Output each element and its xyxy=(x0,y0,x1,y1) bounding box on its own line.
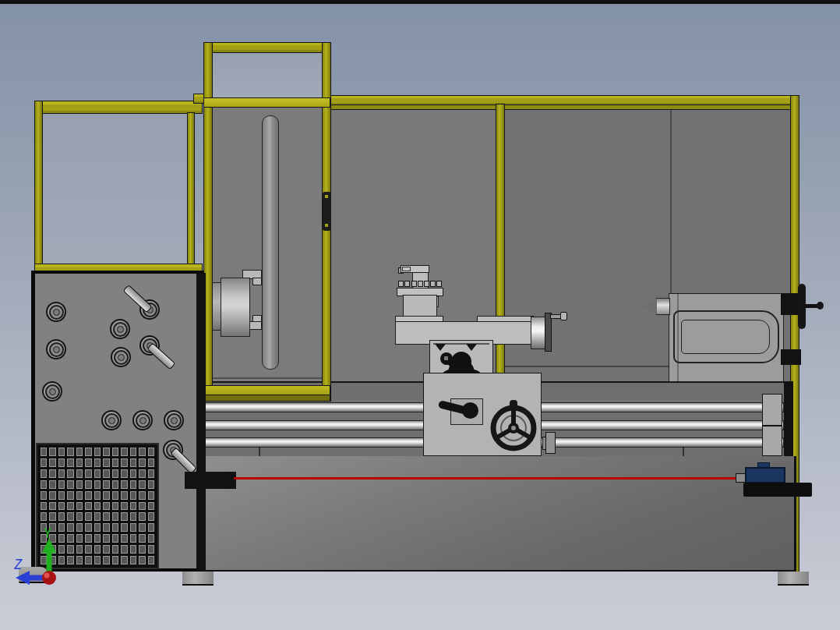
vent-cell xyxy=(103,523,109,532)
dead-center-cone[interactable] xyxy=(644,299,657,314)
vent-cell xyxy=(112,556,118,565)
vent-cell xyxy=(94,458,101,467)
tailstock-clamp-top[interactable] xyxy=(781,293,799,315)
door-glass-upper[interactable] xyxy=(210,51,325,100)
door-hinge-pin-bottom xyxy=(325,224,328,227)
bolt-3 xyxy=(411,281,417,287)
bed-right-gap xyxy=(784,381,793,456)
spindle-disc[interactable] xyxy=(262,115,279,370)
chuck-body[interactable] xyxy=(221,278,250,337)
vent-cell xyxy=(76,523,83,532)
tailstock-quill[interactable] xyxy=(656,298,670,315)
vent-cell xyxy=(67,491,73,500)
vent-cell xyxy=(139,491,145,500)
vent-cell xyxy=(94,480,101,489)
vent-cell xyxy=(94,469,101,478)
foot-right[interactable] xyxy=(778,572,809,586)
laser-mount-right[interactable] xyxy=(743,483,812,497)
tool-post-block[interactable] xyxy=(403,295,437,317)
z-axis-label: Z xyxy=(13,557,23,572)
cabinet-button-6[interactable] xyxy=(101,410,122,430)
y-axis-label: Y xyxy=(44,526,51,541)
cabinet-button-3[interactable] xyxy=(42,381,62,402)
cabinet-right-edge xyxy=(196,273,206,571)
enclosure-top-rail-secondary xyxy=(330,104,792,110)
vent-cell xyxy=(112,480,118,489)
vent-cell xyxy=(148,502,154,511)
cabinet-button-5[interactable] xyxy=(111,347,131,367)
carriage-handwheel[interactable] xyxy=(489,398,538,458)
cross-feed-cylinder[interactable] xyxy=(531,317,546,349)
door-top-rail[interactable] xyxy=(203,42,330,53)
vent-cell xyxy=(85,448,91,456)
vent-cell xyxy=(94,448,101,456)
laser-beam xyxy=(234,477,739,480)
door-bottom-rail-shade xyxy=(203,395,330,402)
bolt-6 xyxy=(430,281,436,287)
vent-cell xyxy=(148,480,154,489)
vent-cell xyxy=(130,458,136,467)
vent-cell xyxy=(94,523,101,532)
vent-cell xyxy=(139,545,145,554)
vent-cell xyxy=(148,458,154,467)
vent-cell xyxy=(148,512,154,521)
foot-left[interactable] xyxy=(182,572,214,586)
screw-bracket[interactable] xyxy=(545,432,556,454)
coordinate-triad: Y Z xyxy=(5,518,62,594)
cabinet-button-4[interactable] xyxy=(110,319,130,339)
cabinet-button-1[interactable] xyxy=(46,302,66,322)
vent-cell xyxy=(76,480,83,489)
left-window-top-rail[interactable] xyxy=(34,101,203,114)
vent-cell xyxy=(94,545,101,554)
vent-cell xyxy=(121,448,127,456)
bed-seam-right xyxy=(683,447,684,456)
vent-cell xyxy=(41,458,47,467)
apron-lever-knob[interactable] xyxy=(462,402,478,419)
top-border xyxy=(0,0,840,4)
vent-cell xyxy=(139,502,145,511)
tailstock-clamp-bottom[interactable] xyxy=(781,349,801,365)
vent-cell xyxy=(58,458,65,467)
vent-cell xyxy=(76,448,83,456)
vent-cell xyxy=(103,534,109,543)
vent-cell xyxy=(139,458,145,467)
door-mid-rail[interactable] xyxy=(203,97,330,108)
machine-base[interactable] xyxy=(204,456,796,572)
vent-cell xyxy=(103,512,109,521)
vent-cell xyxy=(112,534,118,543)
vent-cell xyxy=(130,512,136,521)
cabinet-button-2[interactable] xyxy=(46,339,66,359)
vent-cell xyxy=(67,469,73,478)
left-window-left-post[interactable] xyxy=(34,101,43,275)
vent-cell xyxy=(85,556,91,565)
cad-viewport[interactable]: Y Z xyxy=(0,0,840,630)
vent-cell xyxy=(139,534,145,543)
cabinet-button-7[interactable] xyxy=(132,410,153,430)
cabinet-button-8[interactable] xyxy=(164,410,184,430)
vent-cell xyxy=(67,556,73,565)
vent-cell xyxy=(67,512,73,521)
vent-cell xyxy=(121,534,127,543)
vent-cell xyxy=(121,480,127,489)
bed-right-bracket-split xyxy=(762,425,782,426)
vent-cell xyxy=(58,480,65,489)
vent-cell xyxy=(85,480,91,489)
laser-mount-left[interactable] xyxy=(185,472,236,489)
vent-cell xyxy=(130,534,136,543)
frame-junction-tab xyxy=(193,94,204,104)
vent-cell xyxy=(148,556,154,565)
vent-cell xyxy=(112,502,118,511)
vent-cell xyxy=(103,491,109,500)
vent-cell xyxy=(121,545,127,554)
vent-cell xyxy=(76,458,83,467)
vent-cell xyxy=(76,534,83,543)
vent-cell xyxy=(67,534,73,543)
left-window-right-post[interactable] xyxy=(187,112,195,268)
vent-cell xyxy=(67,480,73,489)
vent-cell xyxy=(85,534,91,543)
left-window-glass[interactable] xyxy=(37,104,193,270)
bolt-2 xyxy=(404,281,410,287)
vent-cell xyxy=(139,448,145,456)
bolt-7 xyxy=(436,281,442,287)
laser-device[interactable] xyxy=(745,467,785,483)
